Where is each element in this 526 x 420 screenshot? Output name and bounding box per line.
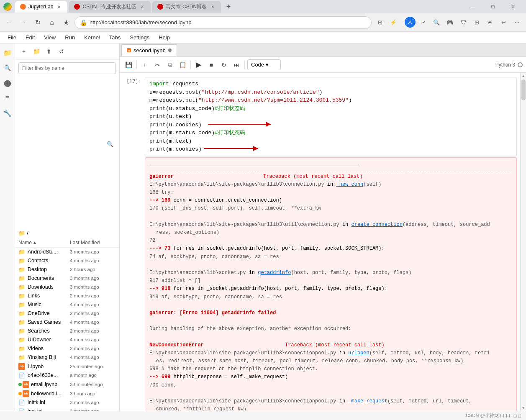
- fb-folder-uidowner[interactable]: 📁 UIDowner 4 months ago: [15, 335, 119, 344]
- fb-folder-music[interactable]: 📁 Music 4 months ago: [15, 300, 119, 309]
- fb-new-folder-button[interactable]: 📁: [31, 46, 42, 57]
- err-line-168: 168 try:: [149, 189, 512, 197]
- settings-button[interactable]: ⋯: [511, 17, 523, 28]
- output-number: [120, 157, 145, 411]
- minimize-button[interactable]: —: [463, 0, 482, 13]
- file-modified: 3 hours ago: [70, 391, 116, 396]
- app-body: 📁 🔍 ⬤ ≡ 🔧 + 📁 ⬆ ↺ 🔍 📁 /: [0, 44, 526, 411]
- restart-button[interactable]: ↻: [218, 59, 229, 70]
- fb-folder-links[interactable]: 📁 Links 2 months ago: [15, 292, 119, 300]
- sidebar-icon-folder[interactable]: 📁: [2, 47, 13, 59]
- fb-col-modified-header[interactable]: Last Modified: [70, 240, 116, 246]
- fb-folder-androidstu[interactable]: 📁 AndroidStu... 3 months ago: [15, 248, 119, 256]
- fb-file-d4ac[interactable]: 📄 d4ac4633e... a month ago: [15, 371, 119, 380]
- scroll-up-arrow[interactable]: ▲: [521, 74, 526, 78]
- folder-name: Saved Games: [28, 319, 70, 325]
- cell-type-selector[interactable]: Code ▾: [247, 59, 281, 70]
- home-button[interactable]: ⌂: [46, 17, 58, 28]
- gamepad-button[interactable]: 🎮: [444, 17, 456, 28]
- fb-folder-searches[interactable]: 📁 Searches 2 months ago: [15, 327, 119, 335]
- tab-csdn1[interactable]: CSDN - 专业开发者社区 ✕: [69, 1, 151, 13]
- add-cell-button[interactable]: +: [139, 59, 150, 70]
- fb-file-1ipynb[interactable]: nb 1.ipynb 25 minutes ago: [15, 362, 119, 371]
- reload-button[interactable]: ↻: [32, 17, 44, 28]
- shield-button[interactable]: 🛡: [457, 17, 469, 28]
- fb-upload-button[interactable]: ⬆: [44, 46, 54, 57]
- folder-name: Desktop: [28, 266, 70, 272]
- menu-tabs[interactable]: Tabs: [105, 33, 125, 42]
- paste-button[interactable]: 📋: [177, 59, 188, 70]
- forward-button[interactable]: →: [18, 17, 29, 28]
- scroll-thumb[interactable]: [521, 79, 526, 100]
- fb-folder-videos[interactable]: 📁 Videos 2 months ago: [15, 344, 119, 353]
- notebook-scrollbar[interactable]: ▲ ▼: [520, 73, 526, 411]
- sidebar-icon-search[interactable]: 🔍: [2, 62, 13, 74]
- extensions-button[interactable]: ⊞: [374, 17, 386, 28]
- fb-col-name-header[interactable]: Name ▲: [18, 240, 70, 246]
- scissors-button[interactable]: ✂: [417, 17, 429, 28]
- fb-folder-onedrive[interactable]: 📁 OneDrive 2 months ago: [15, 309, 119, 318]
- file-icon: 📄: [18, 400, 26, 406]
- maximize-button[interactable]: □: [483, 0, 503, 13]
- fb-folder-yinxiang[interactable]: 📁 Yinxiang Biji 4 months ago: [15, 353, 119, 362]
- cell-type-label: Code: [251, 61, 264, 68]
- sidebar-icon-layers[interactable]: ≡: [2, 92, 13, 104]
- fb-file-inst[interactable]: 📄 inst.ini 3 months ago: [15, 407, 119, 411]
- menu-kernel[interactable]: Kernel: [80, 33, 104, 42]
- close-button[interactable]: ✕: [503, 0, 523, 13]
- new-tab-button[interactable]: +: [223, 1, 234, 13]
- scroll-down-arrow[interactable]: ▼: [521, 406, 526, 410]
- copy-button[interactable]: ⧉: [164, 59, 175, 70]
- fb-refresh-button[interactable]: ↺: [56, 46, 67, 57]
- back-button[interactable]: ←: [3, 17, 15, 28]
- profile-button[interactable]: 人: [405, 17, 416, 28]
- status-icon-2: □: [518, 413, 521, 418]
- undo-button[interactable]: ↩: [498, 17, 509, 28]
- tab-csdn2-label: 写文章-CSDN博客: [166, 3, 207, 10]
- menu-edit[interactable]: Edit: [21, 33, 39, 42]
- fb-new-button[interactable]: +: [18, 46, 29, 57]
- save-button[interactable]: 💾: [123, 59, 134, 70]
- sun-button[interactable]: ☀: [484, 17, 496, 28]
- nav-separator: [402, 17, 402, 25]
- lightning-button[interactable]: ⚡: [387, 17, 399, 28]
- restart-run-button[interactable]: ⏭: [231, 59, 242, 70]
- fb-folder-downloads[interactable]: 📁 Downloads 3 months ago: [15, 283, 119, 292]
- cut-button[interactable]: ✂: [152, 59, 163, 70]
- folder-name: AndroidStu...: [28, 249, 70, 255]
- err-file-1: E:\python\anaconda\lib\site-packages\url…: [149, 181, 512, 189]
- tab-csdn2-close[interactable]: ✕: [209, 3, 216, 10]
- scroll-track: [521, 78, 526, 406]
- fb-file-inittk[interactable]: 📄 inittk.ini 3 months ago: [15, 398, 119, 407]
- fb-folder-contacts[interactable]: 📁 Contacts 4 months ago: [15, 256, 119, 265]
- notebook-tab-second[interactable]: n second.ipynb: [121, 44, 177, 56]
- bookmark-button[interactable]: ★: [60, 17, 72, 28]
- interrupt-button[interactable]: ■: [206, 59, 217, 70]
- sidebar-icon-wrench[interactable]: 🔧: [2, 107, 13, 119]
- sidebar-icon-circle[interactable]: ⬤: [2, 77, 13, 89]
- tab-csdn1-close[interactable]: ✕: [139, 3, 146, 10]
- tab-jupyter-close[interactable]: ✕: [56, 3, 62, 10]
- file-icon: 📄: [18, 372, 26, 379]
- folder-modified: 2 months ago: [70, 328, 116, 333]
- run-button[interactable]: ▶: [193, 59, 204, 70]
- tab-csdn2[interactable]: 写文章-CSDN博客 ✕: [152, 1, 221, 13]
- menu-settings[interactable]: Settings: [126, 33, 154, 42]
- menu-file[interactable]: File: [3, 33, 21, 42]
- menu-help[interactable]: Help: [154, 33, 174, 42]
- grid-button[interactable]: ⊞: [471, 17, 482, 28]
- menu-run[interactable]: Run: [61, 33, 79, 42]
- folder-icon: 📁: [18, 230, 25, 236]
- search-nav-button[interactable]: 🔍: [431, 17, 442, 28]
- address-bar[interactable]: 🔒 http://localhost:8890/lab/tree/second.…: [74, 16, 372, 29]
- menu-view[interactable]: View: [40, 33, 60, 42]
- fb-file-email[interactable]: nb email.ipynb 33 minutes ago: [15, 380, 119, 389]
- fb-file-helloworld[interactable]: nb helloworld.i... 3 hours ago: [15, 389, 119, 398]
- fb-folder-desktop[interactable]: 📁 Desktop 2 hours ago: [15, 265, 119, 274]
- fb-folder-documents[interactable]: 📁 Documents 3 months ago: [15, 274, 119, 283]
- cell-body-17[interactable]: import requests u=requests.post("http://…: [145, 77, 517, 156]
- tab-jupyter[interactable]: JupyterLab ✕: [15, 1, 67, 13]
- fb-search-input[interactable]: [18, 62, 116, 74]
- fb-folder-savedgames[interactable]: 📁 Saved Games 4 months ago: [15, 318, 119, 327]
- csdn1-favicon: [74, 4, 80, 10]
